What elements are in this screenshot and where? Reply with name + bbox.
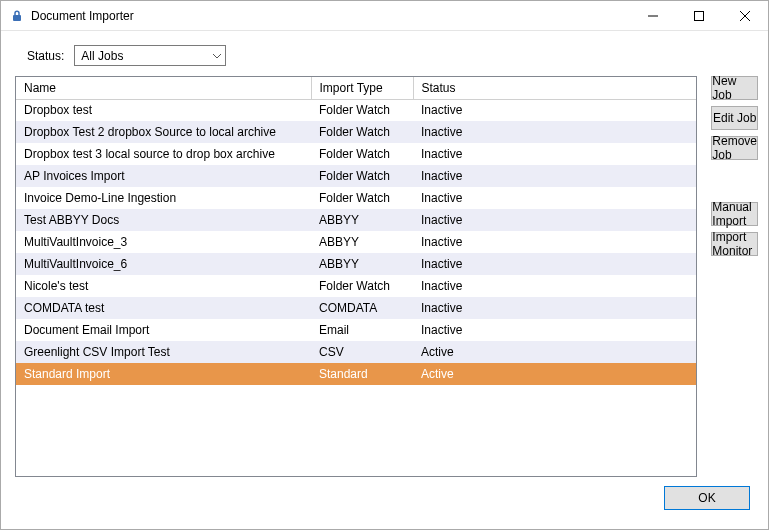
cell-import-type: Folder Watch <box>311 143 413 165</box>
footer: OK <box>15 477 758 519</box>
cell-import-type: COMDATA <box>311 297 413 319</box>
table-row[interactable]: Dropbox testFolder WatchInactive <box>16 99 696 121</box>
table-row[interactable]: AP Invoices ImportFolder WatchInactive <box>16 165 696 187</box>
status-filter-value: All Jobs <box>81 49 123 63</box>
cell-name: MultiVaultInvoice_6 <box>16 253 311 275</box>
maximize-button[interactable] <box>676 1 722 30</box>
table-row[interactable]: Test ABBYY DocsABBYYInactive <box>16 209 696 231</box>
edit-job-button[interactable]: Edit Job <box>711 106 758 130</box>
cell-name: MultiVaultInvoice_3 <box>16 231 311 253</box>
cell-import-type: ABBYY <box>311 253 413 275</box>
cell-name: Document Email Import <box>16 319 311 341</box>
cell-status: Inactive <box>413 275 696 297</box>
client-area: Status: All Jobs Name Import Type <box>1 31 768 529</box>
cell-status: Inactive <box>413 209 696 231</box>
titlebar: Document Importer <box>1 1 768 31</box>
window-title: Document Importer <box>31 9 134 23</box>
table-row[interactable]: Dropbox test 3 local source to drop box … <box>16 143 696 165</box>
cell-status: Active <box>413 363 696 385</box>
table-row[interactable]: MultiVaultInvoice_6ABBYYInactive <box>16 253 696 275</box>
cell-status: Inactive <box>413 187 696 209</box>
status-label: Status: <box>27 49 64 63</box>
filter-row: Status: All Jobs <box>27 45 758 66</box>
cell-import-type: Folder Watch <box>311 275 413 297</box>
svg-rect-2 <box>695 11 704 20</box>
cell-import-type: Standard <box>311 363 413 385</box>
ok-button[interactable]: OK <box>664 486 750 510</box>
table-row[interactable]: Standard ImportStandardActive <box>16 363 696 385</box>
cell-status: Inactive <box>413 99 696 121</box>
cell-name: Test ABBYY Docs <box>16 209 311 231</box>
jobs-table: Name Import Type Status Dropbox testFold… <box>15 76 697 477</box>
cell-name: Invoice Demo-Line Ingestion <box>16 187 311 209</box>
table-row[interactable]: Document Email ImportEmailInactive <box>16 319 696 341</box>
cell-import-type: Email <box>311 319 413 341</box>
cell-import-type: CSV <box>311 341 413 363</box>
cell-import-type: ABBYY <box>311 231 413 253</box>
cell-import-type: Folder Watch <box>311 121 413 143</box>
table-row[interactable]: MultiVaultInvoice_3ABBYYInactive <box>16 231 696 253</box>
cell-name: AP Invoices Import <box>16 165 311 187</box>
column-header-import-type[interactable]: Import Type <box>311 77 413 99</box>
main-row: Name Import Type Status Dropbox testFold… <box>15 76 758 477</box>
import-monitor-button[interactable]: Import Monitor <box>711 232 758 256</box>
cell-status: Inactive <box>413 143 696 165</box>
side-buttons: New Job Edit Job Remove Job Manual Impor… <box>711 76 758 477</box>
table-row[interactable]: Greenlight CSV Import TestCSVActive <box>16 341 696 363</box>
close-button[interactable] <box>722 1 768 30</box>
cell-status: Inactive <box>413 253 696 275</box>
cell-status: Inactive <box>413 231 696 253</box>
cell-name: Dropbox Test 2 dropbox Source to local a… <box>16 121 311 143</box>
cell-name: Greenlight CSV Import Test <box>16 341 311 363</box>
cell-status: Inactive <box>413 319 696 341</box>
cell-name: Dropbox test 3 local source to drop box … <box>16 143 311 165</box>
cell-status: Inactive <box>413 121 696 143</box>
cell-import-type: ABBYY <box>311 209 413 231</box>
manual-import-button[interactable]: Manual Import <box>711 202 758 226</box>
cell-name: COMDATA test <box>16 297 311 319</box>
minimize-button[interactable] <box>630 1 676 30</box>
cell-status: Active <box>413 341 696 363</box>
chevron-down-icon <box>213 49 221 63</box>
lock-icon <box>9 8 25 24</box>
remove-job-button[interactable]: Remove Job <box>711 136 758 160</box>
column-header-status[interactable]: Status <box>413 77 696 99</box>
table-row[interactable]: Invoice Demo-Line IngestionFolder WatchI… <box>16 187 696 209</box>
cell-name: Dropbox test <box>16 99 311 121</box>
svg-rect-0 <box>13 15 21 21</box>
cell-status: Inactive <box>413 165 696 187</box>
table-row[interactable]: COMDATA testCOMDATAInactive <box>16 297 696 319</box>
cell-name: Nicole's test <box>16 275 311 297</box>
table-row[interactable]: Dropbox Test 2 dropbox Source to local a… <box>16 121 696 143</box>
column-header-name[interactable]: Name <box>16 77 311 99</box>
new-job-button[interactable]: New Job <box>711 76 758 100</box>
status-filter-dropdown[interactable]: All Jobs <box>74 45 226 66</box>
cell-status: Inactive <box>413 297 696 319</box>
window: Document Importer Status: All Jobs <box>0 0 769 530</box>
window-controls <box>630 1 768 30</box>
cell-import-type: Folder Watch <box>311 165 413 187</box>
cell-import-type: Folder Watch <box>311 187 413 209</box>
table-header-row: Name Import Type Status <box>16 77 696 99</box>
cell-import-type: Folder Watch <box>311 99 413 121</box>
table-row[interactable]: Nicole's testFolder WatchInactive <box>16 275 696 297</box>
cell-name: Standard Import <box>16 363 311 385</box>
